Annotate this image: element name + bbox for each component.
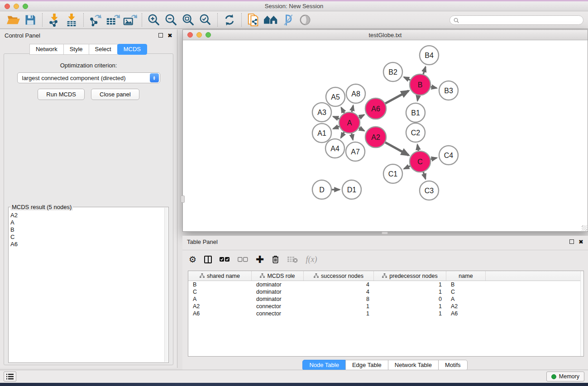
open-folder-icon[interactable] [5,13,22,27]
import-table-icon[interactable] [63,13,80,27]
table-cell[interactable]: connector [252,303,304,310]
graph-edge-C-C1[interactable] [404,166,410,169]
network-window-titlebar[interactable]: testGlobe.txt [183,30,588,40]
graph-node-B2[interactable]: B2 [383,62,402,81]
unselect-all-columns-icon[interactable] [238,253,248,266]
graph-node-C2[interactable]: C2 [406,123,425,142]
eye-icon[interactable] [296,13,314,27]
graph-node-A8[interactable]: A8 [346,84,365,103]
tab-edge-table[interactable]: Edge Table [345,360,388,371]
zoom-fit-icon[interactable] [180,13,197,27]
table-cell[interactable]: 0 [374,296,446,302]
table-cell[interactable]: 8 [304,296,374,302]
network-canvas[interactable]: AA1A2A3A4A5A6A7A8BB1B2B3B4CC1C2C3C4DD1 [183,40,588,231]
graph-node-A1[interactable]: A1 [312,124,331,143]
table-cell[interactable]: connector [252,310,304,317]
table-cell[interactable]: 1 [374,289,446,295]
graph-edge-A-A5[interactable] [341,108,344,113]
home-icon[interactable] [262,13,279,27]
table-cell[interactable]: A2 [188,303,252,310]
column-header-shared-name[interactable]: shared name [188,271,252,281]
graph-edge-A-A6[interactable] [359,115,364,118]
export-table-icon[interactable] [104,13,121,27]
graph-node-C3[interactable]: C3 [420,181,439,200]
graph-node-B1[interactable]: B1 [406,103,425,122]
graph-node-B4[interactable]: B4 [420,46,439,65]
function-builder-icon[interactable]: f(x) [306,253,317,266]
tab-node-table[interactable]: Node Table [302,360,346,371]
table-cell[interactable]: dominator [252,281,304,288]
table-cell[interactable]: A [188,296,252,302]
column-header-successor-nodes[interactable]: successor nodes [304,271,374,281]
save-icon[interactable] [22,13,39,27]
result-scrollbar[interactable] [164,208,168,362]
tab-network[interactable]: Network [29,44,64,55]
select-all-columns-icon[interactable] [220,253,230,266]
graph-edge-C-C3[interactable] [423,172,425,179]
table-cell[interactable]: 1 [374,303,446,310]
criterion-dropdown[interactable]: largest connected component (directed) ▲… [17,72,160,83]
table-cell[interactable]: A2 [446,303,486,310]
add-column-icon[interactable]: ✚ [256,253,264,266]
graph-node-D[interactable]: D [312,180,331,199]
graph-edge-A-A1[interactable] [333,126,339,129]
table-cell[interactable]: dominator [252,289,304,295]
graph-edge-B-B2[interactable] [404,77,410,80]
table-cell[interactable]: B [446,281,486,288]
graph-node-A2[interactable]: A2 [365,127,386,148]
table-cell[interactable]: C [188,289,252,295]
table-cell[interactable]: B [188,281,252,288]
graph-node-B[interactable]: B [410,74,430,95]
open-session-network-icon[interactable] [245,13,262,27]
graph-node-A[interactable]: A [339,112,360,133]
birdseye-view-handle[interactable] [181,195,185,203]
graph-edge-B-B1[interactable] [417,95,418,101]
refresh-icon[interactable] [221,13,238,27]
attribute-settings-gear-icon[interactable]: ⚙ [189,253,196,266]
table-cell[interactable]: 4 [304,289,374,295]
graph-edge-C-C2[interactable] [417,145,418,151]
graph-edge-A-A3[interactable] [333,117,339,119]
export-image-icon[interactable] [121,13,139,27]
table-cell[interactable]: dominator [252,296,304,302]
graph-node-B3[interactable]: B3 [439,81,458,100]
table-scrollbar[interactable] [580,271,583,356]
graphics-details-icon[interactable] [279,13,296,27]
tab-motifs[interactable]: Motifs [438,360,468,371]
table-row[interactable]: Adominator80A [188,295,583,303]
graph-edge-A-A7[interactable] [352,133,353,140]
panel-divider-handle[interactable] [382,232,388,234]
zoom-selected-icon[interactable] [197,13,214,27]
graph-node-A6[interactable]: A6 [365,98,386,119]
graph-edge-A6-B[interactable] [385,91,408,104]
tab-style[interactable]: Style [63,44,89,55]
table-cell[interactable]: 1 [304,303,374,310]
graph-node-A3[interactable]: A3 [312,103,331,122]
graph-edge-A-A2[interactable] [359,128,364,131]
graph-node-A4[interactable]: A4 [325,139,344,158]
result-item[interactable]: A2 [10,212,164,219]
graph-node-C1[interactable]: C1 [383,164,402,183]
result-item[interactable]: A6 [10,241,164,248]
graph-node-C[interactable]: C [410,151,430,172]
table-cell[interactable]: C [446,289,486,295]
close-panel-button[interactable]: Close panel [91,89,139,100]
table-float-panel-icon[interactable] [569,239,574,244]
table-cell[interactable]: 1 [304,310,374,317]
graph-edge-B-B3[interactable] [431,87,437,88]
result-item[interactable]: A [10,219,164,226]
close-panel-icon[interactable]: ✖ [167,33,172,38]
graph-edge-A-A4[interactable] [341,132,344,138]
window-resize-grip[interactable] [582,225,587,231]
graph-edge-A-A8[interactable] [352,105,353,112]
table-row[interactable]: Cdominator41C [188,288,583,295]
memory-button[interactable]: Memory [546,372,584,381]
graph-edge-C-C4[interactable] [430,158,436,159]
export-network-icon[interactable] [87,13,104,27]
result-item[interactable]: C [10,234,164,241]
column-header-name[interactable]: name [446,271,486,281]
tab-network-table[interactable]: Network Table [388,360,439,371]
zoom-out-icon[interactable] [163,13,180,27]
tab-select[interactable]: Select [89,44,118,55]
import-network-icon[interactable] [46,13,63,27]
